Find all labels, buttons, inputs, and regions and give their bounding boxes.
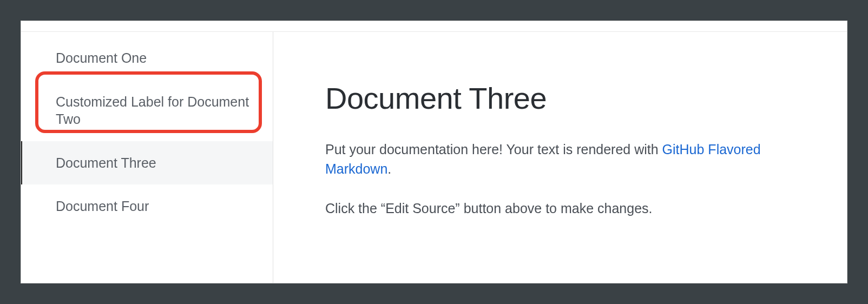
main-content: Document Three Put your documentation he…: [273, 32, 847, 283]
content-area: Document One Customized Label for Docume…: [21, 32, 847, 283]
intro-paragraph: Put your documentation here! Your text i…: [325, 140, 801, 179]
page-title: Document Three: [325, 81, 825, 116]
sidebar-item-label: Document One: [56, 50, 147, 65]
intro-text-suffix: .: [387, 161, 391, 176]
sidebar-item-label: Customized Label for Document Two: [56, 94, 249, 127]
sidebar-item-document-one[interactable]: Document One: [21, 36, 273, 80]
sidebar-item-label: Document Four: [56, 199, 149, 214]
sidebar-item-document-three[interactable]: Document Three: [21, 141, 273, 185]
sidebar-item-document-two[interactable]: Customized Label for Document Two: [21, 80, 273, 141]
sidebar: Document One Customized Label for Docume…: [21, 32, 273, 283]
sidebar-item-document-four[interactable]: Document Four: [21, 184, 273, 228]
top-bar: [21, 21, 847, 32]
sidebar-item-label: Document Three: [56, 155, 156, 170]
instruction-paragraph: Click the “Edit Source” button above to …: [325, 199, 801, 218]
intro-text-prefix: Put your documentation here! Your text i…: [325, 142, 662, 157]
window-frame: Document One Customized Label for Docume…: [21, 21, 847, 283]
